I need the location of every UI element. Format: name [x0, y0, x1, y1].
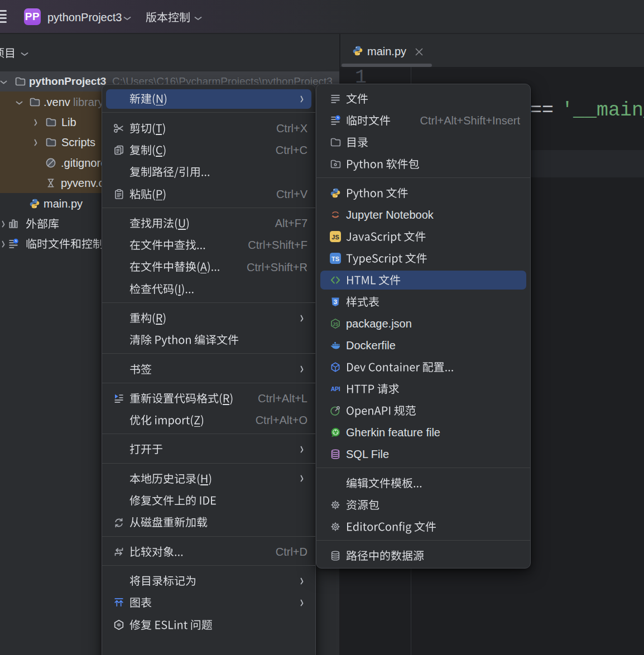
- svg-text:TS: TS: [331, 256, 339, 262]
- svg-text:3: 3: [334, 298, 337, 305]
- svg-text:JS: JS: [331, 234, 339, 240]
- svg-text:JS: JS: [333, 321, 339, 327]
- svg-text:API: API: [331, 386, 340, 392]
